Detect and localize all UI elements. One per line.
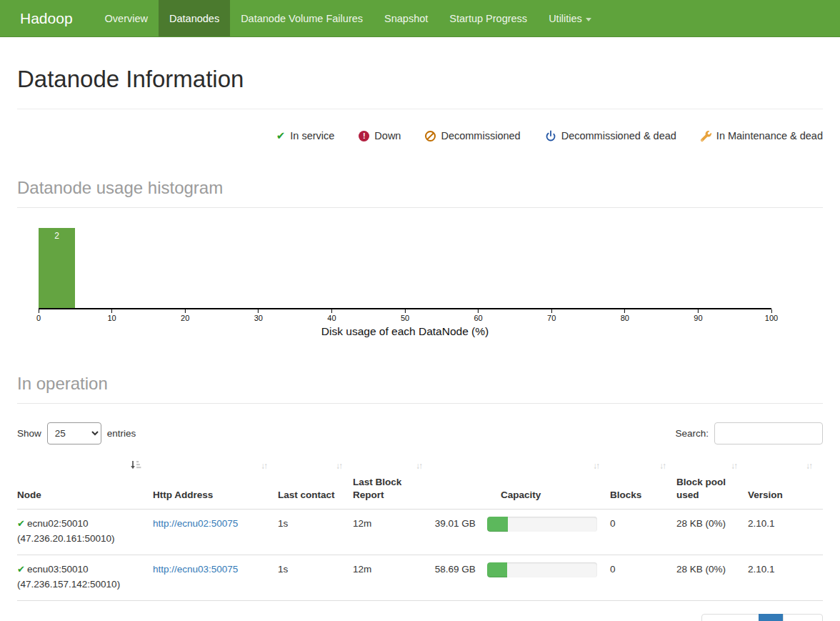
title-divider — [17, 109, 823, 109]
x-tick: 100 — [765, 309, 778, 322]
x-tick: 60 — [474, 309, 482, 322]
node-ip: (47.236.157.142:50010) — [17, 579, 120, 590]
column-label-version: Version — [748, 490, 783, 500]
legend-in-service-label: In service — [290, 130, 334, 141]
table-controls: Show 25 entries Search: — [17, 422, 823, 444]
sort-both-icon[interactable]: ↓↑ — [336, 460, 341, 472]
sort-both-icon[interactable]: ↓↑ — [806, 460, 811, 472]
column-label-http-address: Http Address — [153, 490, 213, 500]
previous-page-button[interactable]: Previous — [701, 614, 759, 621]
nav-item-snapshot[interactable]: Snapshot — [374, 0, 439, 36]
datanodes-table: Node ↓↑ Http Address ↓↑ Last contact ↓↑ … — [17, 456, 823, 601]
block-pool-used-cell: 28 KB (0%) — [676, 510, 748, 555]
nav-item-datanodes[interactable]: Datanodes — [159, 0, 230, 36]
datanode-usage-histogram: 2 0 10 20 30 40 50 60 70 80 90 100 Disk … — [39, 229, 771, 338]
http-address-cell: http://ecnu02:50075 — [153, 510, 278, 555]
x-tick: 20 — [181, 309, 189, 322]
version-cell: 2.10.1 — [748, 510, 823, 555]
power-icon — [545, 130, 556, 141]
legend-decommissioned-dead-label: Decommissioned & dead — [561, 130, 676, 141]
histogram-section-title: Datanode usage histogram — [17, 178, 823, 208]
search-label: Search: — [675, 428, 709, 439]
show-label: Show — [17, 428, 41, 439]
ban-icon — [425, 131, 436, 141]
column-label-blocks: Blocks — [610, 490, 641, 500]
caret-down-icon — [586, 18, 591, 21]
capacity-cell: 39.01 GB — [433, 510, 610, 555]
legend-maintenance-dead: In Maintenance & dead — [701, 130, 823, 141]
x-tick: 10 — [107, 309, 116, 322]
alert-circle-icon: ! — [359, 131, 369, 141]
x-tick: 70 — [547, 309, 556, 322]
node-name: ecnu02:50010 — [27, 518, 89, 529]
top-navbar: Hadoop Overview Datanodes Datanode Volum… — [0, 0, 840, 37]
capacity-progress-bar — [487, 562, 597, 577]
sort-asc-icon[interactable] — [130, 460, 141, 474]
in-operation-section-title: In operation — [17, 374, 823, 404]
x-tick: 30 — [254, 309, 263, 322]
column-label-node: Node — [17, 490, 41, 500]
nav-item-utilities[interactable]: Utilities — [538, 0, 602, 36]
block-pool-used-cell: 28 KB (0%) — [676, 555, 748, 601]
column-header-blocks[interactable]: ↓↑ Blocks — [610, 456, 676, 510]
column-header-http-address[interactable]: ↓↑ Http Address — [153, 456, 278, 510]
node-ip: (47.236.20.161:50010) — [17, 533, 115, 544]
nav-item-overview[interactable]: Overview — [94, 0, 159, 36]
capacity-cell: 58.69 GB — [433, 555, 610, 601]
table-row: ✔ecnu02:50010 (47.236.20.161:50010) http… — [17, 510, 823, 555]
sort-both-icon[interactable]: ↓↑ — [416, 460, 421, 472]
capacity-value: 58.69 GB — [433, 562, 476, 577]
column-label-block-pool-used: Block pool used — [676, 477, 726, 500]
table-header-row: Node ↓↑ Http Address ↓↑ Last contact ↓↑ … — [17, 456, 823, 510]
nav-item-startup-progress[interactable]: Startup Progress — [439, 0, 538, 36]
page-title: Datanode Information — [17, 66, 823, 93]
x-tick: 80 — [621, 309, 629, 322]
last-block-report-cell: 12m — [353, 555, 433, 601]
in-service-check-icon: ✔ — [17, 518, 25, 529]
status-legend: ✔ In service ! Down Decommissioned Decom… — [17, 129, 823, 142]
column-header-block-pool-used[interactable]: ↓↑ Block pool used — [676, 456, 748, 510]
last-block-report-cell: 12m — [353, 510, 433, 555]
legend-in-service: ✔ In service — [276, 129, 335, 142]
search-input[interactable] — [714, 422, 823, 444]
http-address-link[interactable]: http://ecnu03:50075 — [153, 564, 238, 575]
wrench-icon — [701, 131, 711, 141]
table-footer: Showing 1 to 2 of 2 entries Previous 1 N… — [17, 614, 823, 621]
version-cell: 2.10.1 — [748, 555, 823, 601]
column-label-last-contact: Last contact — [278, 490, 335, 500]
nav-item-datanode-volume-failures[interactable]: Datanode Volume Failures — [230, 0, 374, 36]
histogram-x-axis: 0 10 20 30 40 50 60 70 80 90 100 — [39, 309, 771, 325]
column-label-last-block-report: Last Block Report — [353, 477, 401, 500]
legend-decommissioned-label: Decommissioned — [441, 130, 520, 141]
histogram-x-axis-label: Disk usage of each DataNode (%) — [39, 325, 771, 338]
histogram-bar-value: 2 — [54, 231, 59, 241]
sort-both-icon[interactable]: ↓↑ — [593, 460, 599, 472]
sort-both-icon[interactable]: ↓↑ — [731, 460, 736, 472]
x-tick: 0 — [36, 309, 41, 322]
brand-hadoop[interactable]: Hadoop — [0, 0, 94, 36]
column-header-version[interactable]: ↓↑ Version — [748, 456, 823, 510]
x-tick: 50 — [401, 309, 409, 322]
column-header-capacity[interactable]: ↓↑ Capacity — [433, 456, 610, 510]
table-row: ✔ecnu03:50010 (47.236.157.142:50010) htt… — [17, 555, 823, 601]
page-size-select[interactable]: 25 — [47, 422, 101, 444]
column-header-last-contact[interactable]: ↓↑ Last contact — [278, 456, 353, 510]
page-1-button[interactable]: 1 — [759, 614, 784, 621]
legend-down: ! Down — [359, 130, 401, 141]
last-contact-cell: 1s — [278, 555, 353, 601]
sort-both-icon[interactable]: ↓↑ — [261, 460, 266, 472]
sort-both-icon[interactable]: ↓↑ — [659, 460, 665, 472]
next-page-button[interactable]: Next — [783, 614, 823, 621]
legend-maintenance-dead-label: In Maintenance & dead — [716, 130, 823, 141]
legend-decommissioned: Decommissioned — [425, 130, 520, 141]
http-address-cell: http://ecnu03:50075 — [153, 555, 278, 601]
column-header-node[interactable]: Node — [17, 456, 153, 510]
node-cell: ✔ecnu03:50010 (47.236.157.142:50010) — [17, 555, 153, 601]
pagination: Previous 1 Next — [701, 614, 823, 621]
histogram-plot-area: 2 — [39, 229, 771, 309]
in-service-check-icon: ✔ — [17, 564, 25, 575]
column-header-last-block-report[interactable]: ↓↑ Last Block Report — [353, 456, 433, 510]
http-address-link[interactable]: http://ecnu02:50075 — [153, 518, 238, 529]
show-entries-group: Show 25 entries — [17, 422, 136, 444]
x-tick: 40 — [327, 309, 336, 322]
